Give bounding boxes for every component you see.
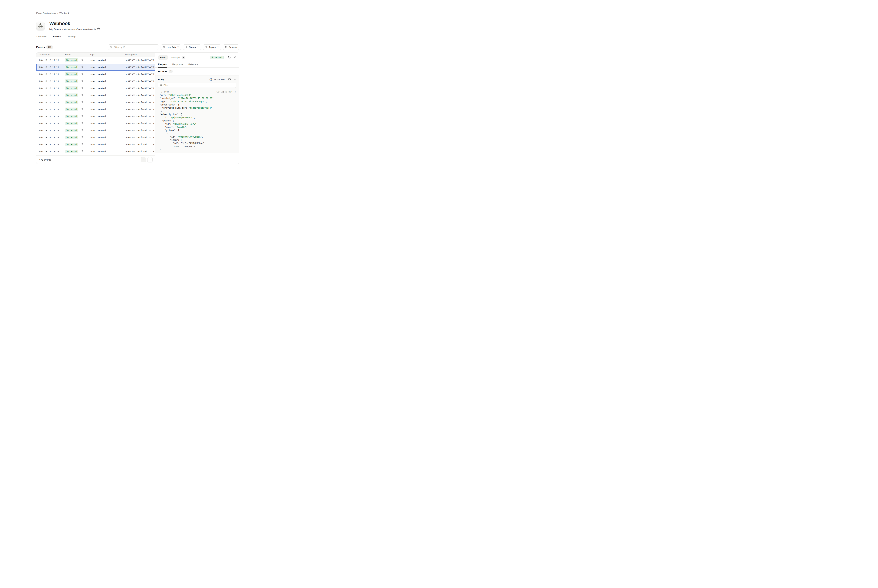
retry-event-button[interactable] xyxy=(80,101,83,104)
breadcrumb-event-destinations[interactable]: Event Destinations xyxy=(36,12,56,15)
json-key-text: "previous_plan_id": xyxy=(159,106,189,109)
event-status-badge: Successful xyxy=(210,56,224,59)
copy-url-button[interactable] xyxy=(97,27,100,31)
detail-sub-tab[interactable]: Response xyxy=(172,63,183,68)
row-message-id: b4925365-b8cf-42b7-a76… xyxy=(125,94,155,97)
table-row[interactable]: NOV 18 10:17:22 Successful user.created xyxy=(36,134,155,141)
root-brace: { xyxy=(159,90,161,93)
retry-event-button[interactable] xyxy=(80,122,83,125)
body-section-header: Body {} Structured xyxy=(155,75,239,81)
retry-icon xyxy=(80,101,83,104)
page-tab-label: Events xyxy=(53,35,61,38)
retry-icon xyxy=(228,56,231,59)
row-timestamp: NOV 18 10:17:22 xyxy=(39,143,65,146)
items-summary: 1 item xyxy=(161,90,169,93)
destination-header: Webhook http://mock.hookdeck.com/webhook… xyxy=(36,21,239,31)
row-topic: user.created xyxy=(90,115,125,118)
table-row[interactable]: NOV 18 10:17:22 Successful user.created xyxy=(36,120,155,127)
body-filter-input[interactable] xyxy=(164,84,235,87)
json-body-viewer[interactable]: "id": "P2NoRtyZoTc46X3B","created_at": "… xyxy=(159,93,236,151)
column-header-timestamp: Timestamp xyxy=(39,53,65,56)
json-key-text: }, xyxy=(159,110,162,112)
retry-event-button[interactable] xyxy=(80,136,83,139)
filter-by-id-search[interactable] xyxy=(108,44,159,50)
json-item-count[interactable]: {1 item ↑ xyxy=(159,90,173,93)
topics-filter-button[interactable]: Topics xyxy=(203,44,221,50)
row-status-cell: Successful xyxy=(65,80,90,83)
collapse-all-label: Collapse all xyxy=(216,90,232,93)
retry-event-button[interactable] xyxy=(80,58,83,62)
table-row[interactable]: NOV 18 10:17:22 Successful user.created xyxy=(36,92,155,99)
table-row[interactable]: NOV 18 10:17:22 Successful user.created xyxy=(36,141,155,148)
retry-event-button[interactable] xyxy=(228,56,231,59)
close-panel-button[interactable] xyxy=(233,56,236,59)
table-row[interactable]: NOV 18 10:17:22 Successful user.created xyxy=(36,85,155,92)
events-toolbar: Events 472 Last 24h xyxy=(36,44,239,50)
json-key-text: "id": "MJ2oy747MNQXELAo", xyxy=(159,142,206,144)
chevron-up-icon[interactable] xyxy=(234,78,236,81)
page-tab[interactable]: Overview xyxy=(36,35,47,40)
table-row[interactable]: NOV 18 10:17:22 Successful user.created xyxy=(36,106,155,113)
table-row[interactable]: NOV 18 10:17:22 Successful user.created xyxy=(36,64,155,71)
collapse-all-button[interactable]: Collapse all ↑ xyxy=(216,90,236,93)
tab-event[interactable]: Event xyxy=(158,55,168,60)
json-punct-text: , xyxy=(214,97,215,99)
retry-icon xyxy=(80,58,83,62)
row-topic: user.created xyxy=(90,129,125,132)
status-badge: Successful xyxy=(65,100,78,104)
search-input[interactable] xyxy=(114,46,157,48)
table-row[interactable]: NOV 18 10:17:22 Successful user.created xyxy=(36,78,155,85)
row-topic: user.created xyxy=(90,143,125,146)
retry-event-button[interactable] xyxy=(80,150,83,153)
retry-event-button[interactable] xyxy=(80,129,83,132)
table-footer: 472 events xyxy=(36,156,155,164)
detail-sub-tab[interactable]: Metadata xyxy=(188,63,198,68)
retry-event-button[interactable] xyxy=(80,94,83,97)
chevron-down-icon xyxy=(217,46,219,48)
detail-sub-tab-label: Metadata xyxy=(188,63,198,66)
json-punct-text: , xyxy=(202,135,203,138)
retry-icon xyxy=(80,136,83,139)
chevron-down-icon[interactable] xyxy=(234,70,236,73)
table-row[interactable]: NOV 18 10:17:22 Successful user.created xyxy=(36,148,155,155)
chevron-down-icon xyxy=(197,46,199,48)
next-page-button[interactable] xyxy=(147,157,153,162)
table-row[interactable]: NOV 18 10:17:22 Successful user.created xyxy=(36,127,155,134)
previous-page-button[interactable] xyxy=(141,157,146,162)
row-timestamp: NOV 18 10:17:22 xyxy=(39,66,65,69)
retry-event-button[interactable] xyxy=(80,143,83,146)
time-range-button[interactable]: Last 24h xyxy=(161,44,181,50)
detail-sub-tab[interactable]: Request xyxy=(158,63,167,68)
retry-event-button[interactable] xyxy=(80,66,83,69)
webhook-icon-card xyxy=(36,22,45,30)
retry-icon xyxy=(80,129,83,132)
footer-event-count: 472 xyxy=(39,159,43,161)
headers-section-toggle[interactable]: Headers 3 xyxy=(155,68,239,75)
structured-view-toggle[interactable]: {} Structured xyxy=(209,78,225,81)
table-row[interactable]: NOV 18 10:17:22 Successful user.created xyxy=(36,57,155,64)
json-line: } xyxy=(159,148,236,151)
body-filter-search[interactable] xyxy=(158,82,236,88)
retry-event-button[interactable] xyxy=(80,115,83,118)
page-tab[interactable]: Settings xyxy=(67,35,77,40)
json-line: "name": "Growth", xyxy=(159,126,236,129)
page-tab[interactable]: Events xyxy=(53,35,61,40)
row-status-cell: Successful xyxy=(65,100,90,104)
row-topic: user.created xyxy=(90,80,125,82)
retry-event-button[interactable] xyxy=(80,108,83,111)
status-filter-button[interactable]: Status xyxy=(183,44,201,50)
retry-event-button[interactable] xyxy=(80,87,83,90)
json-line: "id": "MJ2oy747MNQXELAo", xyxy=(159,142,236,145)
retry-event-button[interactable] xyxy=(80,73,83,76)
table-row[interactable]: NOV 18 10:17:22 Successful user.created xyxy=(36,113,155,120)
page-content: Event Destinations / Webhook Webhook htt… xyxy=(36,0,239,164)
row-timestamp: NOV 18 10:17:22 xyxy=(39,136,65,139)
tab-attempts[interactable]: Attempts 3 xyxy=(171,56,185,59)
body-section: Body {} Structured xyxy=(155,75,239,153)
refresh-button[interactable]: Refresh xyxy=(223,44,239,50)
retry-event-button[interactable] xyxy=(80,80,83,83)
copy-body-button[interactable] xyxy=(228,78,231,81)
table-row[interactable]: NOV 18 10:17:22 Successful user.created xyxy=(36,99,155,106)
row-timestamp: NOV 18 10:17:22 xyxy=(39,150,65,153)
table-row[interactable]: NOV 18 10:17:22 Successful user.created xyxy=(36,71,155,78)
